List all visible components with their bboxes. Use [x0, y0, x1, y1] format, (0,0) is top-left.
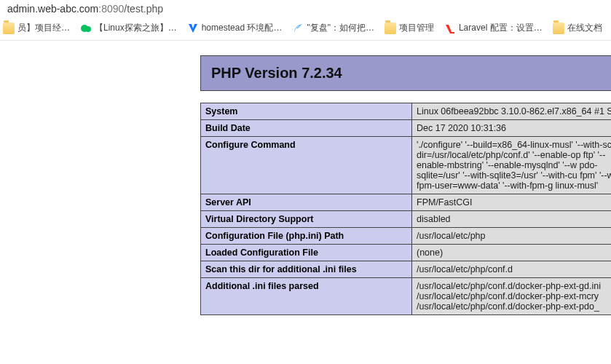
cell-value: /usr/local/etc/php/conf.d: [412, 261, 612, 278]
svg-point-1: [85, 26, 91, 32]
folder-icon: [3, 23, 15, 34]
table-row: Virtual Directory Supportdisabled: [201, 211, 612, 228]
folder-icon: [553, 23, 564, 34]
table-row: SystemLinux 06fbeea92bbc 3.10.0-862.el7.…: [201, 103, 612, 120]
cell-key: Additional .ini files parsed: [201, 278, 412, 315]
folder-icon: [385, 23, 396, 34]
vagrant-icon: [187, 23, 199, 34]
bookmark-item-projects[interactable]: 员】项目经…: [0, 20, 73, 36]
bookmark-label: 在线文档: [567, 22, 602, 34]
bookmarks-bar: 员】项目经… 【Linux探索之旅】… homestead 环境配… "复盘"：…: [0, 17, 611, 41]
bookmark-item-laravel[interactable]: Laravel 配置：设置…: [441, 20, 545, 36]
cell-key: Server API: [201, 194, 412, 211]
cell-value: /usr/local/etc/php/conf.d/docker-php-ext…: [412, 278, 612, 315]
address-bar[interactable]: admin.web-abc.com:8090/test.php: [0, 0, 611, 17]
bookmark-item-fupan[interactable]: "复盘"：如何把…: [289, 20, 377, 36]
bookmark-label: 【Linux探索之旅】…: [95, 22, 177, 34]
bookmark-label: 项目管理: [399, 22, 434, 34]
phpinfo-table: SystemLinux 06fbeea92bbc 3.10.0-862.el7.…: [200, 103, 611, 315]
cell-key: Configuration File (php.ini) Path: [201, 228, 412, 245]
cell-value: Linux 06fbeea92bbc 3.10.0-862.el7.x86_64…: [412, 103, 612, 120]
table-row: Loaded Configuration File(none): [201, 245, 612, 261]
bookmark-label: "复盘"：如何把…: [307, 22, 374, 34]
cell-value: /usr/local/etc/php: [412, 228, 612, 245]
cell-value: (none): [412, 245, 612, 261]
cell-value: Dec 17 2020 10:31:36: [412, 120, 612, 137]
feather-icon: [292, 23, 304, 34]
cell-value: disabled: [412, 211, 612, 228]
table-row: Configure Command'./configure' '--build=…: [201, 137, 612, 194]
table-row: Server APIFPM/FastCGI: [201, 194, 612, 211]
php-version-title: PHP Version 7.2.34: [211, 65, 611, 82]
cell-key: System: [201, 103, 412, 120]
cell-key: Build Date: [201, 120, 412, 137]
laravel-icon: [444, 23, 456, 34]
bookmark-label: Laravel 配置：设置…: [459, 22, 543, 34]
table-row: Build DateDec 17 2020 10:31:36: [201, 120, 612, 137]
url-host: admin.web-abc.com: [7, 3, 98, 15]
wechat-icon: [80, 23, 92, 34]
phpinfo-header: PHP Version 7.2.34: [200, 55, 611, 91]
bookmark-label: 员】项目经…: [17, 22, 70, 34]
url-path: /test.php: [124, 3, 163, 15]
url-port: :8090: [98, 3, 124, 15]
cell-key: Loaded Configuration File: [201, 245, 412, 261]
cell-value: FPM/FastCGI: [412, 194, 612, 211]
table-row: Configuration File (php.ini) Path/usr/lo…: [201, 228, 612, 245]
bookmark-label: homestead 环境配…: [202, 22, 283, 34]
bookmark-item-homestead[interactable]: homestead 环境配…: [184, 20, 285, 36]
cell-key: Scan this dir for additional .ini files: [201, 261, 412, 278]
bookmark-item-linux[interactable]: 【Linux探索之旅】…: [77, 20, 180, 36]
cell-key: Virtual Directory Support: [201, 211, 412, 228]
cell-key: Configure Command: [201, 137, 412, 194]
table-row: Additional .ini files parsed/usr/local/e…: [201, 278, 612, 315]
cell-value: './configure' '--build=x86_64-linux-musl…: [412, 137, 612, 194]
bookmark-item-pm[interactable]: 项目管理: [382, 20, 437, 36]
bookmark-item-docs[interactable]: 在线文档: [550, 20, 605, 36]
phpinfo-page: PHP Version 7.2.34 SystemLinux 06fbeea92…: [0, 41, 611, 315]
table-row: Scan this dir for additional .ini files/…: [201, 261, 612, 278]
